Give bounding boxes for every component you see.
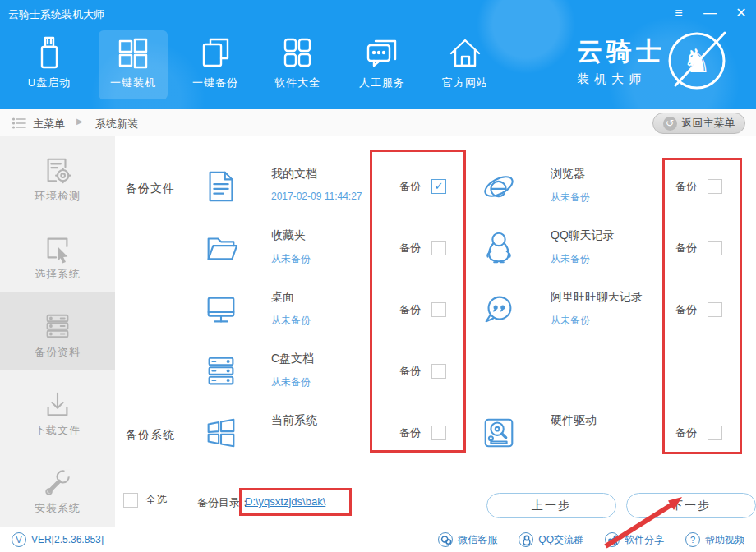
ie-browser-icon [480, 168, 518, 205]
nav-item-label: U盘启动 [8, 76, 90, 90]
backup-panel: 备份文件 备份系统 我的文档 2017-02-09 11:44:27 备份 ✓ … [115, 136, 756, 527]
breadcrumb-arrow-icon: ▶ [76, 117, 83, 126]
select-all-checkbox[interactable] [123, 493, 138, 508]
item-status: 从未备份 [551, 314, 643, 328]
select-all: 全选 [123, 493, 167, 508]
select-system-icon [42, 232, 73, 264]
sidebar-item-label: 安装系统 [0, 501, 115, 516]
server-stack-icon [202, 352, 240, 390]
nav-item-official-site[interactable]: 官方网站 [424, 33, 506, 104]
sidebar-item-label: 环境检测 [0, 189, 115, 204]
help-icon: ? [685, 532, 700, 547]
home-icon [445, 33, 485, 72]
footer-link-label: 软件分享 [625, 533, 664, 547]
header: 云骑士系统装机大师 ≡ — ✕ U盘启动 一键装机 [0, 0, 756, 109]
nav-item-software-library[interactable]: 软件大全 [256, 33, 339, 104]
nav-item-label: 一键备份 [174, 76, 256, 90]
footer-link-label: 微信客服 [458, 533, 497, 547]
menu-icon[interactable]: ≡ [669, 3, 689, 23]
select-all-label: 全选 [145, 493, 167, 508]
nav-item-label: 一键装机 [92, 76, 174, 90]
wechat-icon [438, 532, 453, 547]
grid-icon [278, 33, 317, 72]
copy-icon [196, 33, 235, 72]
wechat-support-link[interactable]: 微信客服 [438, 532, 497, 547]
nav-item-one-key-backup[interactable]: 一键备份 [174, 33, 256, 104]
backup-data-icon [42, 310, 73, 342]
footer-link-label: QQ交流群 [538, 533, 583, 547]
backup-row-aliwangwang-chat: 阿里旺旺聊天记录 从未备份 备份 [115, 279, 756, 341]
back-arrow-icon: ↺ [663, 117, 677, 131]
nav-item-customer-service[interactable]: 人工服务 [341, 33, 423, 104]
sidebar: 环境检测 选择系统 备份资料 下载文件 [0, 136, 115, 527]
sidebar-item-backup-data[interactable]: 备份资料 [0, 292, 115, 370]
next-step-button[interactable]: 下一步 [626, 493, 756, 518]
app-window: 云骑士系统装机大师 ≡ — ✕ U盘启动 一键装机 [0, 0, 756, 552]
item-title: QQ聊天记录 [551, 228, 615, 243]
backup-row-browser: 浏览器 从未备份 备份 [115, 156, 756, 218]
sidebar-item-download-files[interactable]: 下载文件 [0, 370, 115, 448]
drive-search-icon [480, 414, 518, 452]
nav-item-one-key-install[interactable]: 一键装机 [92, 33, 174, 104]
share-software-link[interactable]: 软件分享 [605, 532, 664, 547]
nav-item-label: 官方网站 [424, 76, 506, 90]
backup-checkbox[interactable] [431, 364, 446, 379]
return-main-menu-label: 返回主菜单 [682, 116, 735, 131]
breadcrumb-bar: 主菜单 ▶ 系统新装 ↺ 返回主菜单 [0, 109, 756, 136]
breadcrumb-root[interactable]: 主菜单 [33, 117, 65, 131]
bottom-controls: 全选 备份目录： D:\yqsxtzjds\bak\ 上一步 下一步 [115, 485, 756, 526]
item-title: C盘文档 [271, 352, 314, 366]
brand-name: 云骑士 [577, 34, 666, 69]
nav-item-label: 人工服务 [341, 76, 423, 90]
chat-service-icon [362, 33, 402, 72]
backup-row-hardware-drivers: 硬件驱动 备份 [115, 402, 756, 464]
item-title: 硬件驱动 [551, 413, 597, 428]
item-title: 阿里旺旺聊天记录 [551, 290, 643, 305]
backup-dir-link[interactable]: D:\yqsxtzjds\bak\ [245, 495, 325, 508]
item-status: 从未备份 [551, 191, 590, 205]
sidebar-item-install-system[interactable]: 安装系统 [0, 448, 115, 527]
item-status: 从未备份 [271, 375, 314, 389]
minimize-icon[interactable]: — [700, 3, 720, 23]
install-system-icon [42, 467, 73, 498]
window-title: 云骑士系统装机大师 [8, 7, 104, 22]
footer-links: 微信客服 QQ交流群 软件分享 ? 帮助视频 [438, 532, 744, 547]
version-text: VER[2.5.36.853] [31, 534, 104, 545]
nav-item-usb-boot[interactable]: U盘启动 [8, 33, 90, 104]
item-title: 浏览器 [551, 167, 590, 182]
sidebar-item-env-check[interactable]: 环境检测 [0, 136, 115, 214]
backup-checkbox[interactable] [708, 241, 722, 255]
backup-row-c-drive-docs: C盘文档 从未备份 备份 [115, 341, 756, 402]
svg-text:♞: ♞ [682, 42, 712, 80]
item-status: 从未备份 [551, 252, 615, 266]
breadcrumb-current: 系统新装 [95, 117, 138, 131]
sidebar-item-label: 下载文件 [0, 423, 115, 438]
env-check-icon [42, 154, 73, 186]
backup-label: 备份 [675, 179, 697, 194]
sidebar-item-select-system[interactable]: 选择系统 [0, 214, 115, 292]
sidebar-item-label: 选择系统 [0, 267, 115, 282]
return-main-menu-button[interactable]: ↺ 返回主菜单 [652, 113, 745, 134]
backup-label: 备份 [675, 241, 697, 255]
backup-checkbox[interactable] [708, 426, 722, 440]
backup-row-qq-chat: QQ聊天记录 从未备份 备份 [115, 218, 756, 279]
windows-tiles-icon [113, 33, 153, 72]
help-video-link[interactable]: ? 帮助视频 [685, 532, 744, 547]
backup-checkbox[interactable] [708, 302, 722, 317]
version-icon: V [12, 532, 26, 547]
list-icon [12, 116, 26, 131]
backup-label: 备份 [399, 364, 421, 379]
previous-step-button[interactable]: 上一步 [486, 493, 616, 518]
knight-emblem-icon: ♞ [662, 26, 731, 95]
brand-subtitle: 装机大师 [577, 71, 666, 87]
window-controls: ≡ — ✕ [669, 3, 751, 23]
backup-checkbox[interactable] [708, 179, 722, 194]
nav-item-label: 软件大全 [256, 76, 339, 90]
item-status [551, 437, 597, 448]
usb-icon [30, 33, 69, 72]
footer: V VER[2.5.36.853] 微信客服 QQ交流群 软件分享 [0, 527, 756, 552]
close-icon[interactable]: ✕ [731, 3, 751, 23]
share-icon [605, 532, 620, 547]
qq-group-link[interactable]: QQ交流群 [519, 532, 583, 547]
backup-label: 备份 [675, 426, 697, 440]
